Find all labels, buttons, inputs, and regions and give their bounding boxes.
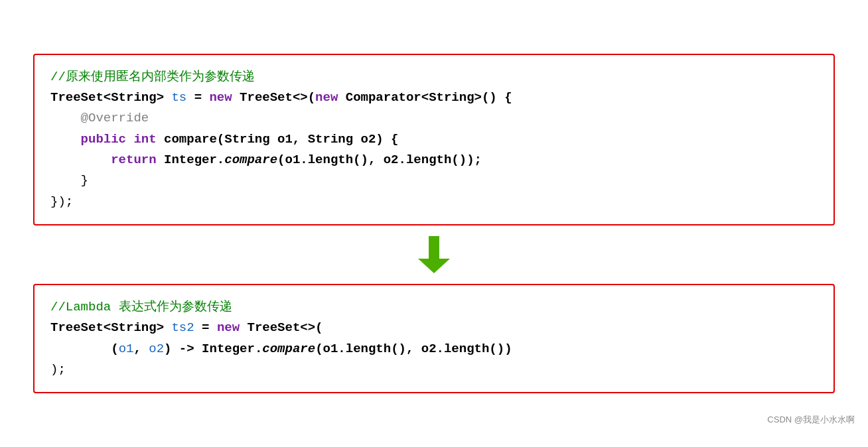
line1-3: TreeSet<>(	[232, 90, 315, 105]
svg-rect-0	[429, 236, 439, 259]
code-block-lambda: //Lambda 表达式作为参数传递 TreeSet<String> ts2 =…	[33, 284, 835, 393]
comma: ,	[133, 342, 149, 356]
integer-compare-1: Integer.compare(o1.length(), o2.length()…	[157, 153, 482, 167]
line1-1: TreeSet<String>	[50, 90, 171, 105]
code-content-1: //原来使用匿名内部类作为参数传递 TreeSet<String> ts = n…	[50, 67, 818, 212]
code-block-anonymous: //原来使用匿名内部类作为参数传递 TreeSet<String> ts = n…	[33, 54, 835, 225]
comment-1: //原来使用匿名内部类作为参数传递	[50, 70, 255, 84]
svg-marker-1	[418, 259, 450, 273]
new-kw-3: new	[217, 320, 240, 335]
new-kw-1: new	[209, 90, 232, 105]
integer-compare-2: Integer.compare(o1.length(), o2.length()…	[202, 342, 512, 356]
line2-1: TreeSet<String>	[50, 320, 171, 335]
o2: o2	[149, 342, 164, 356]
public-kw: public	[81, 132, 126, 147]
override-annotation: @Override	[81, 111, 149, 125]
code-content-2: //Lambda 表达式作为参数传递 TreeSet<String> ts2 =…	[50, 297, 818, 380]
rparen: )	[164, 342, 171, 356]
down-arrow-icon	[414, 235, 454, 275]
line1-2: =	[186, 90, 209, 105]
line1-4: Comparator<String>() {	[338, 90, 512, 105]
page-wrapper: //原来使用匿名内部类作为参数传递 TreeSet<String> ts = n…	[0, 13, 868, 434]
return-kw: return	[111, 153, 156, 167]
comment-2: //Lambda 表达式作为参数传递	[50, 300, 232, 314]
compare-method: compare(String o1, String o2) {	[157, 132, 399, 147]
arrow-container	[414, 225, 454, 284]
varname-ts2: ts2	[171, 320, 194, 335]
o1: o1	[119, 342, 134, 356]
line2-2: =	[194, 320, 217, 335]
watermark: CSDN @我是小水水啊	[767, 414, 855, 426]
new-kw-2: new	[315, 90, 338, 105]
int-kw: int	[126, 132, 157, 147]
varname-ts: ts	[171, 90, 186, 105]
lambda-arrow: ->	[171, 342, 202, 356]
line2-3: TreeSet<>(	[240, 320, 323, 335]
lambda-params: (	[111, 342, 118, 356]
